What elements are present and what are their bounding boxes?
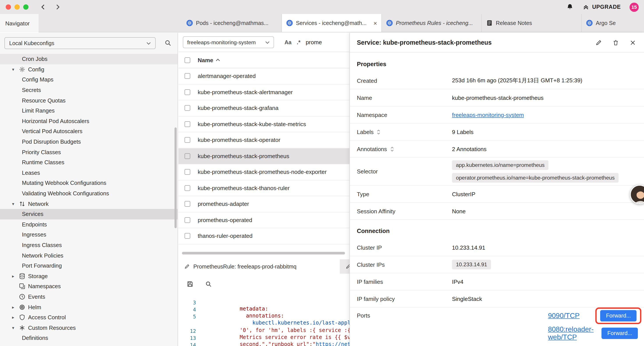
editor-search-icon[interactable] [204,280,212,288]
select-all-checkbox[interactable] [184,57,190,63]
name-column-header[interactable]: Name [198,57,220,63]
sidebar-item-label: Storage [28,273,48,280]
save-icon[interactable] [186,280,194,288]
sidebar-item[interactable]: Pod Disruption Budgets [0,137,178,147]
sidebar-item[interactable]: Namespaces [0,281,178,292]
sidebar-item[interactable]: Custom Resources [0,323,178,333]
tab[interactable]: Argo Se [582,14,644,32]
delete-icon[interactable] [612,39,619,46]
notifications-bell-icon[interactable] [566,3,574,11]
row-checkbox[interactable] [184,233,190,239]
vertical-scrollbar[interactable] [174,127,177,228]
sidebar-item-label: Namespaces [28,283,61,290]
minimize-window-button[interactable] [14,4,20,10]
row-checkbox[interactable] [184,153,190,159]
service-detail-drawer: Service: kube-prometheus-stack-prometheu… [350,33,644,346]
sidebar-item[interactable]: Vertical Pod Autoscalers [0,126,178,136]
sidebar-item[interactable]: Leases [0,168,178,178]
kubeconfig-selector[interactable]: Local Kubeconfigs [4,37,156,49]
edit-icon[interactable] [595,39,602,46]
sidebar-item-icon [18,200,26,207]
sidebar-item[interactable]: Services [0,209,178,219]
sidebar-item[interactable]: Config [0,64,178,74]
property-value: ClusterIP [452,191,476,197]
forward-button[interactable] [54,3,62,11]
back-button[interactable] [39,3,47,11]
zoom-window-button[interactable] [23,4,28,10]
sidebar-item[interactable]: Helm [0,302,178,312]
close-window-button[interactable] [6,4,11,10]
navigator-panel-tab[interactable]: Navigator [0,14,38,32]
forward-button[interactable]: Forward... [602,327,638,339]
tab[interactable]: Services - icecheng@math... × [282,14,382,32]
tab[interactable]: Release Notes [482,14,582,32]
namespace-selector[interactable]: freeleaps-monitoring-system [183,36,274,48]
row-checkbox[interactable] [184,73,190,79]
row-checkbox[interactable] [184,185,190,191]
chevron-icon [10,305,16,310]
tab[interactable]: Prometheus Rules - icecheng... [382,14,482,32]
service-name: kube-prometheus-stack-thanos-ruler [198,185,290,191]
expand-toggle-icon[interactable] [390,146,394,152]
sidebar-item[interactable]: Endpoints [0,219,178,230]
sidebar-item[interactable]: Mutating Webhook Configurations [0,178,178,188]
regex-toggle[interactable]: .* [297,39,300,45]
property-value: kube-prometheus-stack-prometheus [452,94,544,101]
sidebar-search-icon[interactable] [164,39,172,46]
value-link[interactable]: freeleaps-monitoring-system [452,111,524,118]
row-checkbox[interactable] [184,105,190,111]
sidebar-item[interactable]: Network [0,199,178,209]
tab-label: Pods - icecheng@mathmas... [196,20,277,26]
sidebar-item-label: Runtime Classes [22,159,64,166]
sidebar-item-label: Config Maps [22,76,54,83]
name-column-label: Name [198,57,213,63]
sidebar-item-icon [18,273,26,280]
row-checkbox[interactable] [184,169,190,175]
upgrade-button[interactable]: UPGRADE [582,4,621,10]
drawer-title: Service: kube-prometheus-stack-prometheu… [357,39,492,46]
forward-button[interactable]: Forward... [600,310,636,321]
sidebar-item[interactable]: Validating Webhook Configurations [0,188,178,198]
sidebar-item[interactable]: Port Forwarding [0,261,178,271]
properties-heading: Properties [350,53,644,72]
sidebar-item[interactable]: Network Policies [0,250,178,261]
horizontal-scrollbar[interactable] [182,252,345,255]
notification-count-badge[interactable]: 15 [630,2,639,11]
row-checkbox[interactable] [184,217,190,223]
kubeconfig-selector-value: Local Kubeconfigs [9,40,54,46]
tab[interactable]: Pods - icecheng@mathmas... [182,14,282,32]
row-checkbox[interactable] [184,121,190,127]
sidebar-item[interactable]: Events [0,292,178,302]
match-case-toggle[interactable]: Aa [284,39,292,45]
editor-tab[interactable]: PrometheusRule: freeleaps-prod-rabbitmq [178,259,340,274]
filter-search-input[interactable] [306,39,345,45]
property-label: IP family policy [357,296,395,302]
tab-strip: Navigator Pods - icecheng@mathmas... Ser… [0,14,644,32]
sidebar-item[interactable]: Runtime Classes [0,157,178,168]
port-link[interactable]: 9090/TCP [548,312,580,320]
sidebar-item[interactable]: Access Control [0,312,178,323]
sidebar-item[interactable]: Config Maps [0,74,178,85]
sidebar-item[interactable]: Limit Ranges [0,106,178,116]
sidebar-item[interactable]: Secrets [0,85,178,95]
tab-label: Services - icecheng@math... [296,20,369,26]
sidebar-item[interactable]: Storage [0,271,178,281]
row-checkbox[interactable] [184,201,190,207]
tab-icon [386,20,393,26]
close-icon[interactable] [630,39,636,46]
navigator-sidebar: Local Kubeconfigs Cron Jobs [0,33,178,346]
sidebar-item-icon [18,304,26,311]
sidebar-item[interactable]: Cron Jobs [0,54,178,64]
sidebar-item[interactable]: Ingresses [0,230,178,240]
row-checkbox[interactable] [184,137,190,143]
sidebar-item[interactable]: Definitions [0,333,178,343]
sidebar-item[interactable]: Ingress Classes [0,240,178,250]
row-checkbox[interactable] [184,89,190,95]
tab-close-icon[interactable]: × [374,20,377,26]
expand-toggle-icon[interactable] [377,129,381,135]
port-link[interactable]: 8080:reloader-web/TCP [548,325,602,341]
sidebar-item[interactable]: Priority Classes [0,147,178,157]
sidebar-item[interactable]: Resource Quotas [0,95,178,106]
sidebar-item[interactable]: Horizontal Pod Autoscalers [0,116,178,126]
tab-bar: Pods - icecheng@mathmas... Services - ic… [182,14,644,32]
